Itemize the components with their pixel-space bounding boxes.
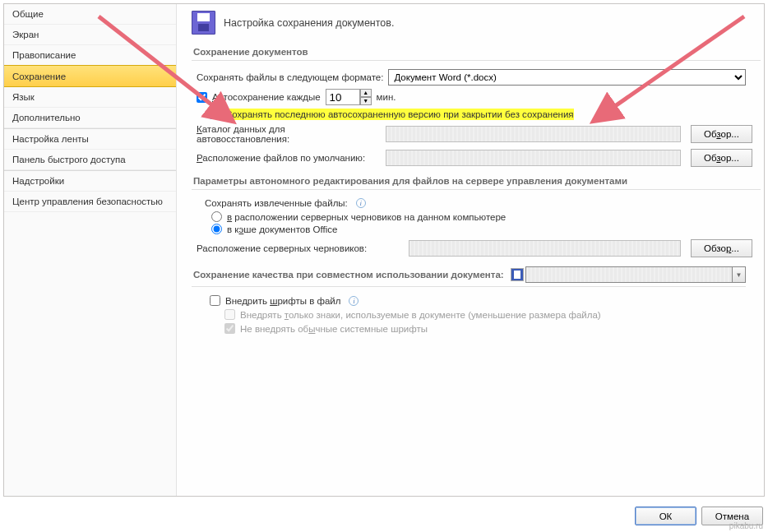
checked-out-radio-group: в расположении серверных черновиков на д…: [211, 211, 761, 234]
keep-last-autosave-label: Сохранять последнюю автосохраненную верс…: [225, 109, 574, 119]
row-skip-system-fonts: Не внедрять обычные системные шрифты: [224, 323, 761, 334]
row-autosave: Автосохранение каждые ▲ ▼ мин.: [197, 89, 761, 105]
default-path-browse-button[interactable]: Обзор...: [691, 149, 752, 167]
sidebar-item-display[interactable]: Экран: [4, 25, 176, 45]
skip-system-fonts-label: Не внедрять обычные системные шрифты: [240, 324, 428, 334]
sidebar-item-ribbon[interactable]: Настройка ленты: [4, 128, 176, 150]
server-drafts-browse-button[interactable]: Обзор...: [691, 239, 752, 257]
save-checked-out-label: Сохранять извлеченные файлы:: [205, 198, 348, 208]
sidebar-item-advanced[interactable]: Дополнительно: [4, 108, 176, 128]
row-keep-last-autosave: Сохранять последнюю автосохраненную верс…: [210, 109, 761, 119]
section-save-documents-header: Сохранение документов: [192, 44, 761, 61]
sidebar-item-proofing[interactable]: Правописание: [4, 45, 176, 66]
autosave-checkbox[interactable]: [197, 92, 207, 103]
autosave-spinner-down[interactable]: ▼: [360, 97, 372, 105]
page-header: Настройка сохранения документов.: [192, 11, 761, 35]
watermark: pikabu.ru: [729, 521, 763, 530]
sidebar-item-general[interactable]: Общие: [4, 4, 176, 25]
sidebar-item-addins[interactable]: Надстройки: [4, 170, 176, 192]
info-icon[interactable]: i: [349, 296, 359, 306]
quality-doc-combo[interactable]: [525, 266, 733, 283]
sidebar-nav: Общие Экран Правописание Сохранение Язык…: [4, 4, 177, 496]
options-dialog: Общие Экран Правописание Сохранение Язык…: [3, 3, 765, 497]
page-title: Настройка сохранения документов.: [224, 17, 394, 29]
default-path-label: Расположение файлов по умолчанию:: [197, 153, 379, 163]
autosave-label-prefix: Автосохранение каждые: [212, 92, 321, 102]
autorecovery-path-label: Каталог данных для автовосстановления:: [197, 124, 379, 144]
info-icon[interactable]: i: [356, 198, 366, 208]
save-disk-icon: [192, 11, 215, 35]
row-embed-fonts: Внедрить шрифты в файл i: [210, 295, 761, 306]
embed-used-chars-label: Внедрять только знаки, используемые в до…: [240, 310, 601, 320]
radio-server-drafts-label: в расположении серверных черновиков на д…: [227, 212, 506, 222]
word-doc-icon: [511, 268, 524, 281]
sidebar-item-qat[interactable]: Панель быстрого доступа: [4, 150, 176, 170]
radio-office-cache-label: в кэше документов Office: [227, 224, 337, 234]
autosave-label-suffix: мин.: [377, 92, 396, 102]
quality-doc-combo-dropdown[interactable]: ▼: [733, 266, 746, 283]
radio-server-drafts[interactable]: [211, 211, 222, 222]
autorecovery-browse-button[interactable]: Обзор...: [691, 125, 752, 143]
sidebar-item-save[interactable]: Сохранение: [4, 65, 176, 87]
section-quality-label: Сохранение качества при совместном испол…: [193, 270, 504, 280]
default-path-input[interactable]: [386, 150, 681, 166]
autorecovery-path-input[interactable]: [386, 126, 681, 142]
embed-fonts-checkbox[interactable]: [210, 295, 220, 306]
content-pane: Настройка сохранения документов. Сохране…: [177, 4, 764, 496]
autosave-spinner-up[interactable]: ▲: [360, 89, 372, 97]
keep-last-autosave-checkbox[interactable]: [210, 109, 220, 119]
ok-button[interactable]: ОК: [635, 507, 696, 525]
server-drafts-path-label: Расположение серверных черновиков:: [197, 243, 402, 253]
row-save-format: Сохранять файлы в следующем формате: Док…: [197, 69, 761, 86]
sidebar-item-trustcenter[interactable]: Центр управления безопасностью: [4, 192, 176, 212]
embed-used-chars-checkbox: [224, 309, 235, 320]
skip-system-fonts-checkbox: [224, 323, 235, 334]
radio-office-cache[interactable]: [211, 224, 222, 234]
server-drafts-path-input[interactable]: [409, 240, 681, 257]
row-server-drafts-path: Расположение серверных черновиков: Обзор…: [197, 239, 761, 257]
sidebar-item-language[interactable]: Язык: [4, 87, 176, 108]
row-embed-used-chars: Внедрять только знаки, используемые в до…: [224, 309, 761, 320]
row-autorecovery-path: Каталог данных для автовосстановления: О…: [197, 124, 761, 144]
save-format-label: Сохранять файлы в следующем формате:: [197, 72, 383, 82]
autosave-interval-input[interactable]: [326, 89, 360, 105]
section-offline-header: Параметры автономного редактирования для…: [192, 173, 761, 190]
row-default-path: Расположение файлов по умолчанию: Обзор.…: [197, 149, 761, 167]
row-save-checked-out: Сохранять извлеченные файлы: i: [205, 198, 761, 208]
save-format-combo[interactable]: Документ Word (*.docx): [388, 69, 746, 86]
section-quality-header: Сохранение качества при совместном испол…: [192, 264, 746, 287]
embed-fonts-label: Внедрить шрифты в файл: [225, 296, 340, 306]
